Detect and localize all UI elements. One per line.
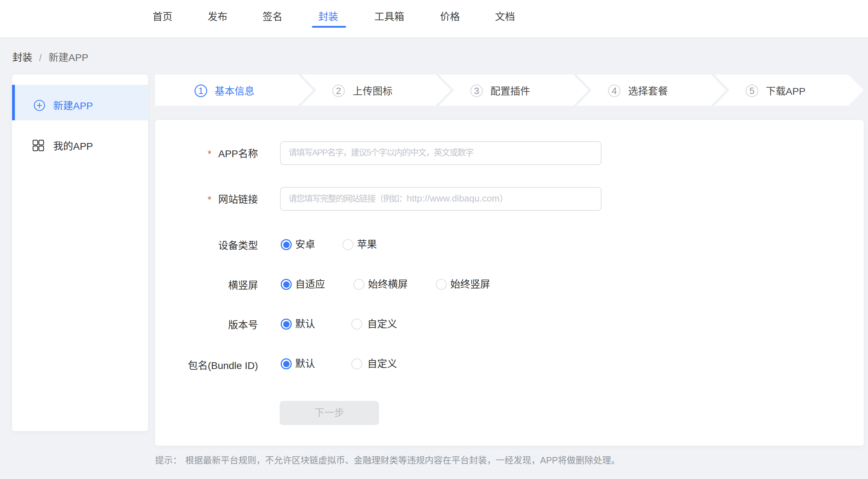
svg-text:5: 5 [749,86,754,96]
svg-text:2: 2 [336,86,341,96]
svg-text:1: 1 [198,86,203,96]
svg-text:4: 4 [612,86,617,96]
svg-text:3: 3 [474,86,479,96]
